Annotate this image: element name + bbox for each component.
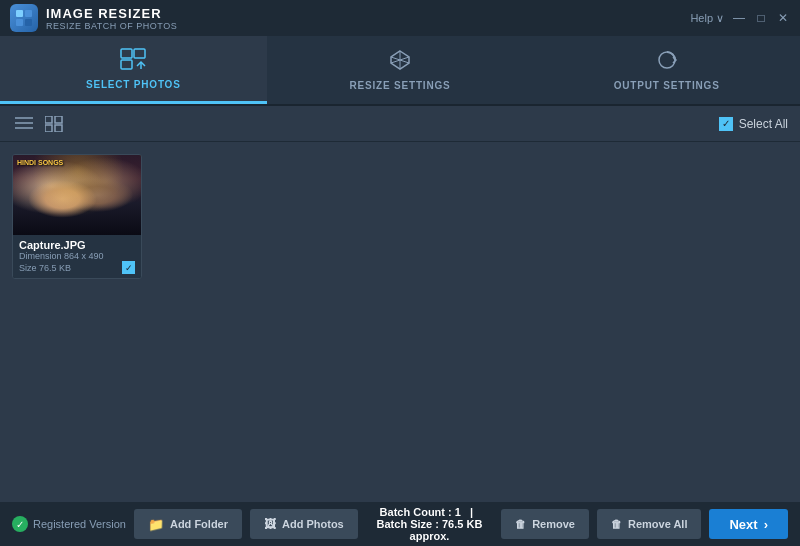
svg-rect-5 [134, 49, 145, 58]
photo-thumbnail: HINDI SONGS [13, 155, 142, 235]
add-folder-button[interactable]: 📁 Add Folder [134, 509, 242, 539]
trash-icon: 🗑 [515, 518, 526, 530]
resize-settings-icon [387, 49, 413, 76]
photos-grid: HINDI SONGS Capture.JPG Dimension 864 x … [0, 142, 800, 482]
remove-all-button[interactable]: 🗑 Remove All [597, 509, 702, 539]
select-all-control[interactable]: ✓ Select All [719, 117, 788, 131]
photo-select-checkbox[interactable]: ✓ [122, 261, 135, 274]
select-all-label: Select All [739, 117, 788, 131]
select-all-checkbox[interactable]: ✓ [719, 117, 733, 131]
photo-name: Capture.JPG [19, 239, 135, 251]
svg-rect-16 [45, 116, 52, 123]
next-button[interactable]: Next › [709, 509, 788, 539]
thumb-overlay-text: HINDI SONGS [17, 159, 63, 167]
tab-bar: SELECT PHOTOS RESIZE SETTINGS OUTPUT SET… [0, 36, 800, 106]
batch-separator: | [470, 506, 473, 518]
batch-count-value: 1 [455, 506, 461, 518]
list-view-button[interactable] [12, 112, 36, 136]
app-title-group: IMAGE RESIZER RESIZE BATCH OF PHOTOS [46, 6, 177, 31]
grid-view-button[interactable] [42, 112, 66, 136]
close-button[interactable]: ✕ [776, 11, 790, 25]
minimize-button[interactable]: — [732, 11, 746, 25]
svg-rect-6 [121, 60, 132, 69]
content-toolbar: ✓ Select All [0, 106, 800, 142]
next-arrow-icon: › [764, 517, 768, 532]
registered-label: Registered Version [33, 518, 126, 530]
app-subtitle: RESIZE BATCH OF PHOTOS [46, 21, 177, 31]
batch-count-label: Batch Count : [380, 506, 452, 518]
maximize-button[interactable]: □ [754, 11, 768, 25]
select-photos-icon [120, 48, 146, 75]
folder-icon: 📁 [148, 517, 164, 532]
registered-icon: ✓ [12, 516, 28, 532]
photo-info: Capture.JPG Dimension 864 x 490 Size 76.… [13, 235, 141, 278]
add-photos-icon: 🖼 [264, 517, 276, 531]
list-item[interactable]: HINDI SONGS Capture.JPG Dimension 864 x … [12, 154, 142, 279]
svg-rect-0 [16, 10, 23, 17]
title-bar: IMAGE RESIZER RESIZE BATCH OF PHOTOS Hel… [0, 0, 800, 36]
svg-rect-2 [16, 19, 23, 26]
app-logo [10, 4, 38, 32]
svg-rect-19 [55, 125, 62, 132]
view-toggle [12, 112, 66, 136]
registered-status: ✓ Registered Version [12, 516, 126, 532]
svg-rect-4 [121, 49, 132, 58]
svg-rect-1 [25, 10, 32, 17]
photo-size-row: Size 76.5 KB ✓ [19, 261, 135, 274]
svg-rect-3 [25, 19, 32, 26]
tab-resize-settings[interactable]: RESIZE SETTINGS [267, 36, 534, 104]
help-button[interactable]: Help ∨ [690, 12, 724, 25]
svg-rect-18 [45, 125, 52, 132]
bottom-bar: ✓ Registered Version 📁 Add Folder 🖼 Add … [0, 502, 800, 546]
batch-status: Batch Count : 1 | Batch Size : 76.5 KB a… [366, 506, 493, 542]
remove-controls: 🗑 Remove 🗑 Remove All [501, 509, 701, 539]
tab-select-photos[interactable]: SELECT PHOTOS [0, 36, 267, 104]
photo-size: Size 76.5 KB [19, 263, 71, 273]
app-name: IMAGE RESIZER [46, 6, 177, 21]
batch-size-label: Batch Size : [377, 518, 439, 530]
output-settings-icon [654, 49, 680, 76]
photo-dimension: Dimension 864 x 490 [19, 251, 135, 261]
svg-rect-17 [55, 116, 62, 123]
tab-output-settings[interactable]: OUTPUT SETTINGS [533, 36, 800, 104]
tab-output-settings-label: OUTPUT SETTINGS [614, 80, 720, 91]
window-controls: Help ∨ — □ ✕ [690, 11, 790, 25]
remove-button[interactable]: 🗑 Remove [501, 509, 589, 539]
tab-resize-settings-label: RESIZE SETTINGS [350, 80, 451, 91]
trash-all-icon: 🗑 [611, 518, 622, 530]
add-photos-button[interactable]: 🖼 Add Photos [250, 509, 358, 539]
tab-select-photos-label: SELECT PHOTOS [86, 79, 181, 90]
